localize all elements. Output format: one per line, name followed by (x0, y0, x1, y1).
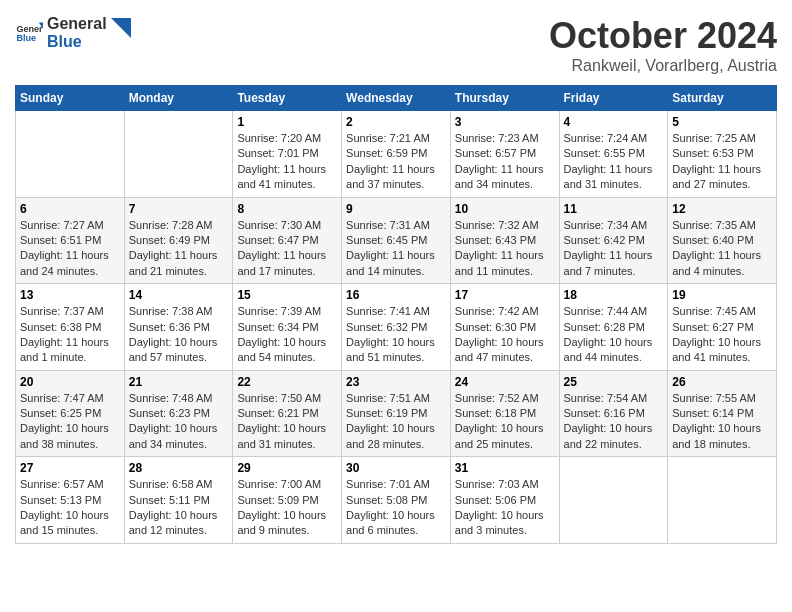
calendar-cell: 3Sunrise: 7:23 AM Sunset: 6:57 PM Daylig… (450, 111, 559, 198)
calendar-cell: 12Sunrise: 7:35 AM Sunset: 6:40 PM Dayli… (668, 197, 777, 284)
day-number: 12 (672, 202, 772, 216)
day-info: Sunrise: 7:25 AM Sunset: 6:53 PM Dayligh… (672, 131, 772, 193)
day-number: 17 (455, 288, 555, 302)
calendar-cell: 25Sunrise: 7:54 AM Sunset: 6:16 PM Dayli… (559, 370, 668, 457)
svg-text:General: General (16, 23, 43, 33)
calendar-cell: 16Sunrise: 7:41 AM Sunset: 6:32 PM Dayli… (342, 284, 451, 371)
day-info: Sunrise: 7:32 AM Sunset: 6:43 PM Dayligh… (455, 218, 555, 280)
calendar-cell: 30Sunrise: 7:01 AM Sunset: 5:08 PM Dayli… (342, 457, 451, 544)
calendar-cell: 14Sunrise: 7:38 AM Sunset: 6:36 PM Dayli… (124, 284, 233, 371)
header: General Blue General Blue October 2024 R… (15, 15, 777, 75)
day-info: Sunrise: 6:57 AM Sunset: 5:13 PM Dayligh… (20, 477, 120, 539)
day-number: 26 (672, 375, 772, 389)
location-subtitle: Rankweil, Vorarlberg, Austria (549, 57, 777, 75)
day-number: 30 (346, 461, 446, 475)
day-number: 21 (129, 375, 229, 389)
calendar-cell: 2Sunrise: 7:21 AM Sunset: 6:59 PM Daylig… (342, 111, 451, 198)
day-number: 9 (346, 202, 446, 216)
day-number: 29 (237, 461, 337, 475)
day-info: Sunrise: 7:31 AM Sunset: 6:45 PM Dayligh… (346, 218, 446, 280)
title-area: October 2024 Rankweil, Vorarlberg, Austr… (549, 15, 777, 75)
day-info: Sunrise: 7:52 AM Sunset: 6:18 PM Dayligh… (455, 391, 555, 453)
calendar-week-row: 13Sunrise: 7:37 AM Sunset: 6:38 PM Dayli… (16, 284, 777, 371)
day-info: Sunrise: 7:03 AM Sunset: 5:06 PM Dayligh… (455, 477, 555, 539)
day-number: 22 (237, 375, 337, 389)
day-info: Sunrise: 7:42 AM Sunset: 6:30 PM Dayligh… (455, 304, 555, 366)
calendar-cell: 4Sunrise: 7:24 AM Sunset: 6:55 PM Daylig… (559, 111, 668, 198)
logo-arrow-icon (111, 18, 131, 48)
month-title: October 2024 (549, 15, 777, 57)
day-number: 8 (237, 202, 337, 216)
calendar-cell (16, 111, 125, 198)
day-number: 19 (672, 288, 772, 302)
day-info: Sunrise: 7:44 AM Sunset: 6:28 PM Dayligh… (564, 304, 664, 366)
day-info: Sunrise: 7:34 AM Sunset: 6:42 PM Dayligh… (564, 218, 664, 280)
day-info: Sunrise: 7:01 AM Sunset: 5:08 PM Dayligh… (346, 477, 446, 539)
calendar-cell: 13Sunrise: 7:37 AM Sunset: 6:38 PM Dayli… (16, 284, 125, 371)
calendar-cell: 28Sunrise: 6:58 AM Sunset: 5:11 PM Dayli… (124, 457, 233, 544)
calendar-cell: 22Sunrise: 7:50 AM Sunset: 6:21 PM Dayli… (233, 370, 342, 457)
day-number: 3 (455, 115, 555, 129)
calendar-header-friday: Friday (559, 86, 668, 111)
calendar-cell: 21Sunrise: 7:48 AM Sunset: 6:23 PM Dayli… (124, 370, 233, 457)
logo-icon: General Blue (15, 19, 43, 47)
day-number: 20 (20, 375, 120, 389)
day-info: Sunrise: 7:38 AM Sunset: 6:36 PM Dayligh… (129, 304, 229, 366)
day-number: 1 (237, 115, 337, 129)
day-number: 24 (455, 375, 555, 389)
day-number: 14 (129, 288, 229, 302)
calendar-cell: 17Sunrise: 7:42 AM Sunset: 6:30 PM Dayli… (450, 284, 559, 371)
day-info: Sunrise: 7:48 AM Sunset: 6:23 PM Dayligh… (129, 391, 229, 453)
day-info: Sunrise: 7:28 AM Sunset: 6:49 PM Dayligh… (129, 218, 229, 280)
calendar-header-tuesday: Tuesday (233, 86, 342, 111)
calendar-cell: 26Sunrise: 7:55 AM Sunset: 6:14 PM Dayli… (668, 370, 777, 457)
day-info: Sunrise: 7:47 AM Sunset: 6:25 PM Dayligh… (20, 391, 120, 453)
day-number: 27 (20, 461, 120, 475)
day-info: Sunrise: 6:58 AM Sunset: 5:11 PM Dayligh… (129, 477, 229, 539)
day-number: 2 (346, 115, 446, 129)
calendar-cell: 20Sunrise: 7:47 AM Sunset: 6:25 PM Dayli… (16, 370, 125, 457)
calendar-cell: 23Sunrise: 7:51 AM Sunset: 6:19 PM Dayli… (342, 370, 451, 457)
day-number: 10 (455, 202, 555, 216)
day-info: Sunrise: 7:50 AM Sunset: 6:21 PM Dayligh… (237, 391, 337, 453)
day-info: Sunrise: 7:45 AM Sunset: 6:27 PM Dayligh… (672, 304, 772, 366)
day-info: Sunrise: 7:24 AM Sunset: 6:55 PM Dayligh… (564, 131, 664, 193)
calendar-cell: 9Sunrise: 7:31 AM Sunset: 6:45 PM Daylig… (342, 197, 451, 284)
day-number: 18 (564, 288, 664, 302)
day-info: Sunrise: 7:27 AM Sunset: 6:51 PM Dayligh… (20, 218, 120, 280)
calendar-cell: 18Sunrise: 7:44 AM Sunset: 6:28 PM Dayli… (559, 284, 668, 371)
day-number: 31 (455, 461, 555, 475)
svg-text:Blue: Blue (16, 33, 36, 43)
day-number: 4 (564, 115, 664, 129)
day-number: 28 (129, 461, 229, 475)
calendar-header-saturday: Saturday (668, 86, 777, 111)
calendar-header-thursday: Thursday (450, 86, 559, 111)
calendar-cell (124, 111, 233, 198)
calendar-week-row: 20Sunrise: 7:47 AM Sunset: 6:25 PM Dayli… (16, 370, 777, 457)
day-info: Sunrise: 7:21 AM Sunset: 6:59 PM Dayligh… (346, 131, 446, 193)
calendar-cell: 19Sunrise: 7:45 AM Sunset: 6:27 PM Dayli… (668, 284, 777, 371)
day-info: Sunrise: 7:37 AM Sunset: 6:38 PM Dayligh… (20, 304, 120, 366)
day-info: Sunrise: 7:30 AM Sunset: 6:47 PM Dayligh… (237, 218, 337, 280)
calendar-cell: 29Sunrise: 7:00 AM Sunset: 5:09 PM Dayli… (233, 457, 342, 544)
calendar-cell (559, 457, 668, 544)
calendar-cell: 7Sunrise: 7:28 AM Sunset: 6:49 PM Daylig… (124, 197, 233, 284)
calendar-cell: 8Sunrise: 7:30 AM Sunset: 6:47 PM Daylig… (233, 197, 342, 284)
calendar-table: SundayMondayTuesdayWednesdayThursdayFrid… (15, 85, 777, 544)
calendar-week-row: 1Sunrise: 7:20 AM Sunset: 7:01 PM Daylig… (16, 111, 777, 198)
day-number: 25 (564, 375, 664, 389)
day-number: 16 (346, 288, 446, 302)
day-info: Sunrise: 7:39 AM Sunset: 6:34 PM Dayligh… (237, 304, 337, 366)
calendar-header-sunday: Sunday (16, 86, 125, 111)
day-info: Sunrise: 7:23 AM Sunset: 6:57 PM Dayligh… (455, 131, 555, 193)
calendar-week-row: 27Sunrise: 6:57 AM Sunset: 5:13 PM Dayli… (16, 457, 777, 544)
day-info: Sunrise: 7:54 AM Sunset: 6:16 PM Dayligh… (564, 391, 664, 453)
day-number: 5 (672, 115, 772, 129)
calendar-header-row: SundayMondayTuesdayWednesdayThursdayFrid… (16, 86, 777, 111)
day-number: 7 (129, 202, 229, 216)
day-info: Sunrise: 7:55 AM Sunset: 6:14 PM Dayligh… (672, 391, 772, 453)
calendar-cell: 11Sunrise: 7:34 AM Sunset: 6:42 PM Dayli… (559, 197, 668, 284)
day-number: 23 (346, 375, 446, 389)
calendar-cell: 24Sunrise: 7:52 AM Sunset: 6:18 PM Dayli… (450, 370, 559, 457)
day-number: 15 (237, 288, 337, 302)
